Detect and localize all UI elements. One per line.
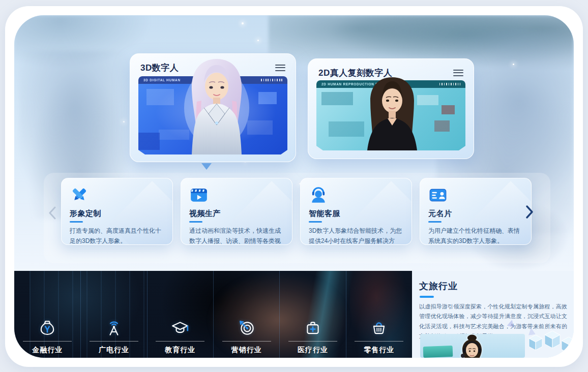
banner-ticks-decoration — [439, 83, 460, 85]
feature-description: 3D数字人形象结合智能技术，为您提供24小时在线客户服务解决方案。 — [309, 226, 403, 245]
sparkle-decoration — [123, 121, 125, 122]
target-icon — [238, 319, 256, 337]
detail-title: 文旅行业 — [419, 280, 574, 292]
feature-description: 通过动画和渲染等技术，快速生成数字人播报、访谈、剧情等各类视频作品。 — [189, 226, 284, 245]
page-background: 3D数字人 3D DIGITAL HUMAN — [0, 0, 588, 372]
industry-detail-panel: 文旅行业 以虚拟导游引领深度探索，个性化规划定制专属旅程，高效管理优化现场体验，… — [412, 271, 574, 358]
chevron-right-icon — [525, 205, 534, 219]
shopping-basket-icon — [370, 319, 388, 337]
feature-title: 形象定制 — [70, 209, 164, 219]
sparkle-decoration — [257, 40, 259, 41]
card-header: 3D数字人 — [130, 54, 296, 74]
title-underline — [309, 221, 322, 223]
chevron-left-icon — [48, 206, 56, 220]
crossed-pens-icon — [70, 185, 89, 205]
podium-decoration — [423, 346, 453, 358]
industry-item-finance[interactable]: 金融行业 — [14, 271, 80, 358]
feature-description: 打造专属的、高度逼真且个性化十足的3D数字人形象。 — [70, 226, 164, 245]
industry-label: 医疗行业 — [298, 346, 328, 355]
divider-line — [288, 341, 337, 342]
carousel-next-button[interactable] — [523, 203, 536, 221]
title-underline — [70, 221, 83, 223]
sparkle-decoration — [242, 22, 244, 24]
money-bag-icon — [38, 319, 56, 337]
industries-dark-panel: 金融行业 广电行业 — [14, 271, 412, 358]
industry-item-marketing[interactable]: 营销行业 — [213, 271, 279, 358]
title-underline — [428, 221, 442, 223]
industry-label: 营销行业 — [231, 346, 262, 355]
card-2d-replica-digital-human[interactable]: 2D真人复刻数字人 2D HUMAN REPRODUCTION DIGITAL … — [308, 58, 474, 159]
feature-title: 智能客服 — [309, 209, 403, 219]
industries-section: 金融行业 广电行业 — [14, 271, 574, 358]
medical-kit-icon — [304, 319, 322, 337]
main-content: 3D数字人 3D DIGITAL HUMAN — [14, 15, 574, 358]
industry-label: 广电行业 — [99, 346, 129, 355]
divider-line — [355, 341, 403, 342]
card-3d-digital-human[interactable]: 3D数字人 3D DIGITAL HUMAN — [130, 53, 296, 162]
tour-guide-avatar — [454, 334, 490, 358]
card-header: 2D真人复刻数字人 — [308, 59, 474, 79]
avatar-real-woman — [354, 74, 430, 150]
customer-service-icon — [309, 185, 328, 205]
menu-icon[interactable] — [453, 70, 463, 76]
title-underline — [189, 221, 202, 223]
industry-grid: 金融行业 广电行业 — [14, 271, 412, 358]
industry-label: 教育行业 — [165, 346, 195, 355]
card-title: 3D数字人 — [140, 62, 179, 74]
industry-item-education[interactable]: 教育行业 — [147, 271, 213, 358]
sparkle-decoration — [513, 64, 514, 65]
title-underline — [420, 296, 434, 298]
carousel-prev-button[interactable] — [46, 204, 59, 222]
industry-label: 金融行业 — [32, 346, 63, 355]
divider-line — [222, 341, 271, 342]
divider-line — [90, 341, 138, 342]
graduation-cap-icon — [171, 319, 189, 337]
tour-guide-image — [420, 334, 525, 358]
industry-item-broadcast[interactable]: 广电行业 — [80, 271, 146, 358]
hero-section: 3D数字人 3D DIGITAL HUMAN — [14, 15, 574, 271]
feature-card-video-production[interactable]: 视频生产 通过动画和渲染等技术，快速生成数字人播报、访谈、剧情等各类视频作品。 — [181, 178, 292, 245]
banner-ticks-decoration — [261, 79, 282, 81]
divider-line — [23, 341, 72, 342]
menu-icon[interactable] — [275, 65, 285, 71]
feature-card-meta-business-card[interactable]: 元名片 为用户建立个性化特征精确、表情系统真实的3D数字人形象。 — [420, 178, 532, 245]
feature-title: 元名片 — [428, 209, 523, 219]
feature-title: 视频生产 — [189, 209, 284, 219]
card-title: 2D真人复刻数字人 — [318, 67, 392, 79]
active-card-indicator — [201, 163, 212, 170]
industry-label: 零售行业 — [364, 346, 394, 355]
feature-card-image-customization[interactable]: 形象定制 打造专属的、高度逼真且个性化十足的3D数字人形象。 — [61, 178, 173, 245]
broadcast-tower-icon — [105, 319, 123, 337]
id-card-icon — [428, 185, 448, 205]
video-clip-icon — [189, 185, 209, 205]
industry-item-retail[interactable]: 零售行业 — [346, 271, 412, 358]
feature-card-smart-customer-service[interactable]: 智能客服 3D数字人形象结合智能技术，为您提供24小时在线客户服务解决方案。 — [300, 178, 412, 245]
industry-item-medical[interactable]: 医疗行业 — [279, 271, 345, 358]
divider-line — [156, 341, 204, 342]
feature-description: 为用户建立个性化特征精确、表情系统真实的3D数字人形象。 — [428, 226, 523, 245]
